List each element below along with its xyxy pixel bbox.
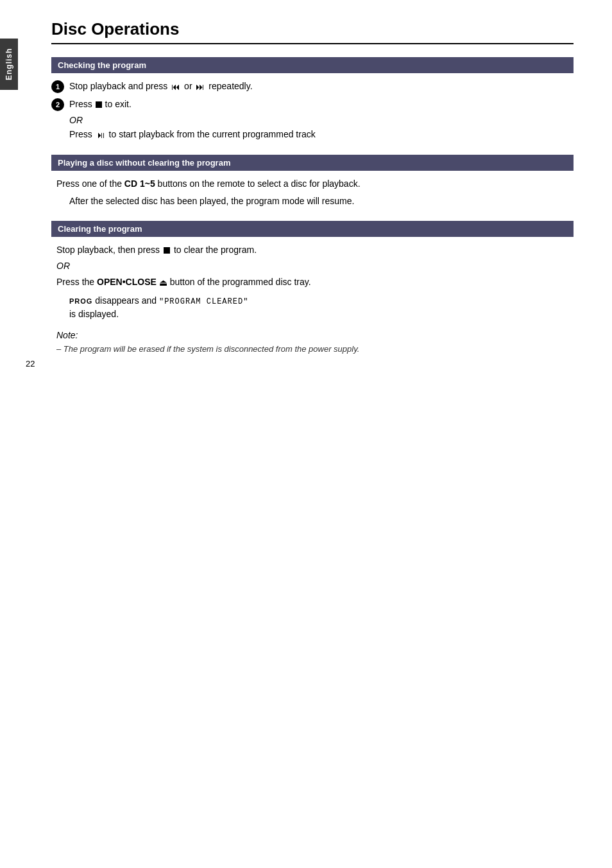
note-block: Note: – The program will be erased if th… (51, 330, 574, 356)
clearing-text1: Stop playback, then press to clear the p… (56, 243, 568, 257)
clearing-text2-post: button of the programmed disc tray. (170, 277, 311, 287)
playing-bold: CD 1~5 (124, 178, 155, 189)
step-1-text: Stop playback and press ⏮ or ⏭ repeatedl… (69, 80, 574, 94)
clearing-header: Clearing the program (51, 221, 574, 237)
clearing-text2-pre: Press the (56, 277, 94, 287)
step1-or: or (184, 81, 192, 91)
clearing-post: to clear the program. (174, 245, 257, 255)
clearing-content: Stop playback, then press to clear the p… (51, 243, 574, 322)
eject-icon: ⏏ (159, 277, 167, 287)
step2-suffix: to exit. (105, 99, 132, 109)
section-checking: Checking the program 1 Stop playback and… (51, 57, 574, 142)
sidebar-tab: English (0, 39, 18, 90)
prog-end: is displayed. (56, 308, 568, 321)
press-block: Press ⏯ to start playback from the curre… (69, 128, 574, 142)
checking-header: Checking the program (51, 57, 574, 73)
skip-fwd-icon: ⏭ (196, 82, 205, 92)
step1-end: repeatedly. (208, 81, 252, 91)
press-suffix: to start playback from the current progr… (109, 129, 316, 139)
prog-display-line: PROG disappears and "PROGRAM CLEARED" (56, 294, 568, 308)
page-container: English Disc Operations Checking the pro… (0, 0, 612, 381)
playing-post: buttons on the remote to select a disc f… (158, 178, 361, 189)
sidebar-label: English (4, 48, 13, 80)
prog-display: "PROGRAM CLEARED" (159, 297, 248, 306)
stop-icon-2 (164, 247, 170, 254)
page-title: Disc Operations (51, 19, 574, 44)
playing-pre: Press one of the (56, 178, 122, 189)
clearing-pre: Stop playback, then press (56, 245, 160, 255)
step2-pre: Press (69, 99, 92, 109)
stop-icon-1 (96, 101, 102, 108)
note-text: – The program will be erased if the syst… (56, 343, 568, 356)
section-clearing: Clearing the program Stop playback, then… (51, 221, 574, 356)
step-number-1: 1 (51, 80, 64, 93)
press-label: Press (69, 129, 92, 139)
playing-header: Playing a disc without clearing the prog… (51, 155, 574, 171)
playing-content: Press one of the CD 1~5 buttons on the r… (51, 177, 574, 208)
clearing-text2: Press the OPEN•CLOSE ⏏ button of the pro… (56, 275, 568, 290)
playing-text1: Press one of the CD 1~5 buttons on the r… (56, 177, 568, 191)
or-label-1: OR (69, 115, 574, 125)
or-label-2: OR (56, 259, 568, 273)
step-1: 1 Stop playback and press ⏮ or ⏭ repeate… (51, 80, 574, 94)
step-2-text: Press to exit. (69, 98, 574, 111)
play-pause-icon: ⏯ (96, 130, 105, 140)
prog-text: disappears and (95, 295, 157, 306)
step-2: 2 Press to exit. (51, 98, 574, 111)
skip-back-icon: ⏮ (171, 82, 180, 92)
open-close-label: OPEN•CLOSE (97, 277, 159, 287)
playing-text2: After the selected disc has been played,… (56, 195, 568, 208)
page-number: 22 (26, 359, 35, 369)
step-number-2: 2 (51, 98, 64, 111)
section-playing: Playing a disc without clearing the prog… (51, 155, 574, 208)
note-title: Note: (56, 330, 568, 340)
prog-label: PROG (69, 297, 92, 305)
step1-pre: Stop playback and press (69, 81, 167, 91)
